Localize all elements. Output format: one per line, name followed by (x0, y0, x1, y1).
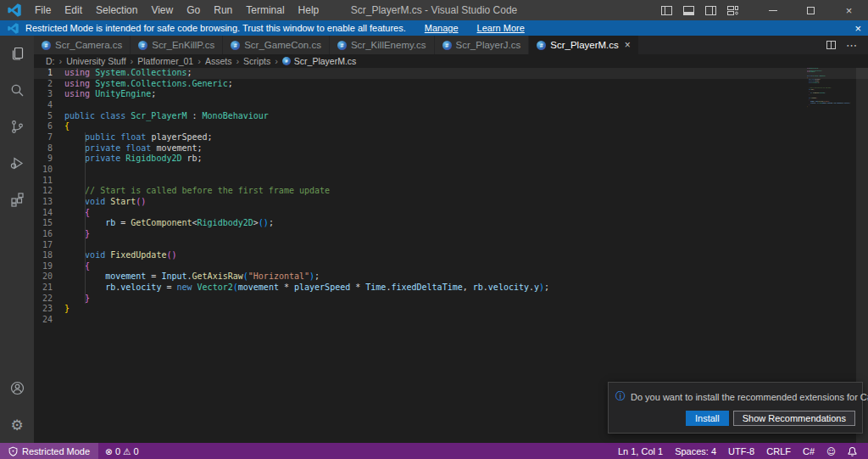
breadcrumb-segment[interactable]: Assets (205, 56, 232, 66)
code-line[interactable]: 1using System.Collections; (34, 68, 868, 79)
toggle-panel-icon[interactable] (683, 6, 694, 15)
menu-help[interactable]: Help (292, 0, 326, 20)
code-line[interactable]: 18 void FixedUpdate() (34, 250, 868, 261)
problems-status[interactable]: ⊗ 0 ⚠ 0 (98, 443, 145, 459)
title-bar: FileEditSelectionViewGoRunTerminalHelp S… (0, 0, 868, 20)
code-line[interactable]: 2using System.Collections.Generic; (34, 79, 868, 90)
csharp-file-icon: # (138, 41, 147, 50)
indent-guide (85, 154, 86, 165)
code-line[interactable]: 4 (34, 100, 868, 111)
close-window-button[interactable]: × (830, 0, 868, 20)
code-line[interactable]: 22 } (34, 294, 868, 305)
code-line[interactable]: 13 void Start() (34, 197, 868, 208)
code-line[interactable]: 5public class Scr_PlayerM : MonoBehaviou… (34, 111, 868, 122)
manage-link[interactable]: Manage (425, 23, 459, 33)
settings-gear-icon[interactable]: ⚙ (0, 406, 34, 443)
breadcrumb-file[interactable]: #Scr_PlayerM.cs (282, 56, 357, 66)
tab-label: Scr_KillEnemy.cs (351, 40, 426, 50)
code-line[interactable]: 11 (34, 176, 868, 187)
notification-message: Do you want to install the recommended e… (631, 392, 868, 402)
line-content: rb = GetComponent<Rigidbody2D>(); (64, 218, 868, 229)
menu-file[interactable]: File (28, 0, 58, 20)
status-cursor-position[interactable]: Ln 1, Col 1 (612, 443, 669, 459)
code-line[interactable]: 15 rb = GetComponent<Rigidbody2D>(); (34, 218, 868, 229)
menu-run[interactable]: Run (207, 0, 239, 20)
tab-scr-gamecon-cs[interactable]: #Scr_GameCon.cs (223, 36, 330, 54)
breadcrumb: D:›University Stuff›Platformer_01›Assets… (34, 54, 868, 68)
code-line[interactable]: 20 movement = Input.GetAxisRaw("Horizont… (34, 271, 868, 283)
line-content: using System.Collections; (64, 68, 868, 79)
minimize-button[interactable] (754, 0, 792, 20)
code-line[interactable]: 23} (34, 304, 868, 315)
code-line[interactable]: 14 { (34, 208, 868, 219)
account-icon[interactable] (0, 370, 34, 406)
toggle-secondary-sidebar-icon[interactable] (705, 6, 716, 15)
code-line[interactable]: 10 (34, 165, 868, 176)
line-content: using UnityEngine; (64, 89, 868, 100)
customize-layout-icon[interactable] (727, 6, 738, 15)
code-line[interactable]: 16 } (34, 229, 868, 240)
code-line[interactable]: 9 private Rigidbody2D rb; (34, 154, 868, 165)
line-content: private Rigidbody2D rb; (64, 154, 868, 165)
menu-go[interactable]: Go (180, 0, 207, 20)
status-encoding[interactable]: UTF-8 (722, 443, 760, 459)
code-line[interactable]: 3using UnityEngine; (34, 89, 868, 100)
show-recommendations-button[interactable]: Show Recommendations (733, 411, 855, 426)
extensions-icon[interactable] (0, 182, 34, 218)
banner-close-icon[interactable]: × (854, 23, 861, 34)
restore-button[interactable] (792, 0, 830, 20)
menu-edit[interactable]: Edit (58, 0, 89, 20)
toggle-sidebar-icon[interactable] (661, 6, 672, 15)
notification-toast: ⓘ Do you want to install the recommended… (608, 382, 863, 434)
line-content: rb.velocity = new Vector2(movement * pla… (64, 283, 868, 294)
vscode-logo-icon (8, 3, 21, 17)
restricted-mode-status[interactable]: Restricted Mode (0, 443, 98, 459)
breadcrumb-segment[interactable]: Platformer_01 (137, 56, 193, 66)
notifications-bell[interactable] (842, 443, 863, 459)
code-line[interactable]: 24 (34, 315, 868, 326)
status-language-mode[interactable]: C# (797, 443, 821, 459)
line-content: movement = Input.GetAxisRaw("Horizontal"… (64, 271, 868, 283)
line-content: } (64, 304, 868, 315)
tab-scr-killenemy-cs[interactable]: #Scr_KillEnemy.cs (330, 36, 435, 54)
tab-label: Scr_PlayerJ.cs (456, 40, 521, 50)
more-actions-icon[interactable]: ⋯ (846, 39, 858, 52)
chevron-right-icon: › (275, 56, 278, 66)
status-indentation[interactable]: Spaces: 4 (669, 443, 722, 459)
search-icon[interactable] (0, 72, 34, 109)
csharp-file-icon: # (231, 41, 240, 50)
tab-scr-camera-cs[interactable]: #Scr_Camera.cs (34, 36, 131, 54)
source-control-icon[interactable] (0, 109, 34, 145)
code-line[interactable]: 6{ (34, 121, 868, 132)
code-line[interactable]: 12 // Start is called before the first f… (34, 186, 868, 197)
menu-view[interactable]: View (144, 0, 180, 20)
tab-close-icon[interactable]: × (625, 40, 631, 50)
line-number: 21 (34, 283, 53, 294)
csharp-file-icon: # (42, 41, 51, 50)
line-content: void FixedUpdate() (64, 250, 868, 261)
tab-scr-playerj-cs[interactable]: #Scr_PlayerJ.cs (435, 36, 530, 54)
run-debug-icon[interactable] (0, 145, 34, 182)
status-eol[interactable]: CRLF (760, 443, 797, 459)
line-number: 15 (34, 218, 53, 229)
explorer-icon[interactable] (0, 36, 34, 72)
breadcrumb-segment[interactable]: University Stuff (66, 56, 125, 66)
install-button[interactable]: Install (686, 411, 729, 426)
tab-label: Scr_PlayerM.cs (550, 40, 619, 50)
minimap-content: using System.Collections;using System.Co… (807, 68, 856, 109)
line-number: 18 (34, 250, 53, 261)
code-line[interactable]: 8 private float movement; (34, 143, 868, 154)
code-line[interactable]: 19 { (34, 261, 868, 272)
code-line[interactable]: 17 (34, 240, 868, 251)
code-line[interactable]: 21 rb.velocity = new Vector2(movement * … (34, 283, 868, 294)
code-line[interactable]: 7 public float playerSpeed; (34, 132, 868, 143)
tab-scr-enkillp-cs[interactable]: #Scr_EnKillP.cs (131, 36, 223, 54)
feedback-icon[interactable]: ☺ (821, 443, 842, 459)
tab-scr-playerm-cs[interactable]: #Scr_PlayerM.cs× (529, 36, 639, 54)
split-editor-icon[interactable] (826, 41, 836, 49)
learn-more-link[interactable]: Learn More (477, 23, 525, 33)
menu-selection[interactable]: Selection (89, 0, 144, 20)
menu-terminal[interactable]: Terminal (239, 0, 291, 20)
breadcrumb-segment[interactable]: D: (46, 56, 55, 66)
breadcrumb-segment[interactable]: Scripts (243, 56, 270, 66)
